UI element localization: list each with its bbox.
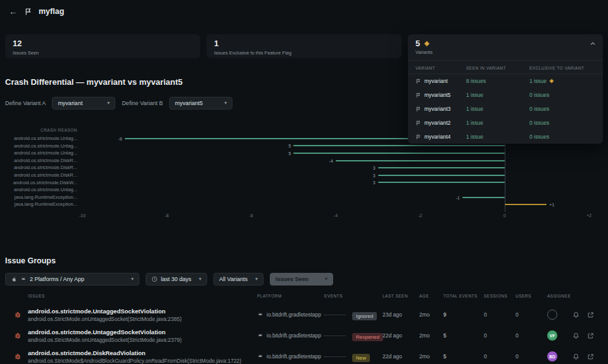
bell-icon[interactable] [573, 353, 580, 360]
variant-row: myvariant4 1 issue 0 issues [408, 130, 603, 144]
chart-bar [378, 182, 505, 183]
issue-title-link[interactable]: android.os.strictmode.UntaggedSocketViol… [28, 308, 248, 315]
col-total-events: Total Events [443, 294, 484, 298]
exclusive-to-variant-link[interactable]: 0 issues [529, 92, 595, 98]
variants-table-header: Variant Seen in variant Exclusive to var… [408, 61, 603, 74]
android-icon [257, 332, 263, 339]
sessions: 0 [484, 332, 516, 339]
avatar[interactable] [547, 310, 557, 320]
issues-table-header: Issues Platform Events Last Seen Age Tot… [5, 292, 603, 301]
chart-bar-label: -1 [456, 195, 460, 199]
variant-a-select[interactable]: myvariant ▾ [52, 97, 115, 110]
variant-diamond-header-icon [424, 41, 430, 47]
platform-name: io.bitdrift.gradletestapp [267, 311, 321, 318]
seen-in-variant-link[interactable]: 8 issues [466, 78, 529, 84]
chart-bar-label: 5 [288, 151, 291, 155]
users: 0 [516, 332, 547, 339]
android-icon [257, 353, 263, 360]
stats-row: 12 Issues Seen 1 Issues Exclusive to thi… [5, 34, 603, 58]
col-issues: Issues [28, 294, 257, 298]
chart-bar [293, 145, 504, 146]
avatar[interactable]: BD [547, 351, 557, 361]
variants-count: 5 [415, 39, 420, 48]
chart-bar-label: 3 [373, 166, 376, 170]
variant-row: myvariant3 1 issue 0 issues [408, 102, 603, 116]
seen-in-variant-link[interactable]: 1 issue [466, 106, 529, 112]
chart-bar-label: +1 [549, 203, 554, 207]
open-in-new-icon[interactable] [587, 332, 594, 339]
open-in-new-icon[interactable] [587, 353, 594, 360]
chart-bar-row: -4 [82, 157, 589, 165]
col-assignee: Assignee [547, 294, 603, 298]
variant-name: myvariant3 [424, 106, 451, 112]
metric-filter[interactable]: Issues Seen ▾ [270, 273, 333, 286]
platforms-filter-value: 2 Platforms / Any App [30, 276, 84, 282]
issue-row: android.os.strictmode.UntaggedSocketViol… [5, 304, 603, 325]
chart-category-label: android.os.strictmode.DiskW... [5, 179, 82, 187]
events-sparkline [324, 356, 346, 357]
variants-filter[interactable]: All Variants ▾ [213, 273, 263, 286]
variant-row: myvariant 8 issues 1 issue [408, 74, 603, 88]
exclusive-issues-value: 1 [214, 39, 394, 48]
exclusive-to-variant-link[interactable]: 0 issues [529, 134, 595, 140]
variant-flag-icon [415, 120, 421, 126]
variant-a-label: Define Variant A [5, 100, 46, 106]
time-range-filter[interactable]: last 30 days ▾ [146, 273, 207, 286]
chart-category-label: android.os.strictmode.DiskR... [5, 157, 82, 165]
chart-bar-row: 3 [82, 164, 589, 172]
bug-icon [14, 311, 28, 318]
time-range-filter-value: last 30 days [161, 276, 191, 282]
issues-seen-value: 12 [13, 39, 193, 48]
chart-bar [293, 153, 504, 154]
col-variant: Variant [415, 66, 466, 70]
avatar[interactable]: VF [547, 330, 557, 341]
chart-category-label: java.lang.RuntimeException... [5, 201, 82, 208]
bell-icon[interactable] [573, 332, 580, 339]
clock-icon [151, 276, 158, 282]
col-last-seen: Last Seen [383, 294, 419, 298]
chevron-down-icon: ▾ [325, 277, 327, 282]
platforms-filter[interactable]: 2 Platforms / Any App ▾ [5, 273, 139, 286]
seen-in-variant-link[interactable]: 1 issue [466, 134, 529, 140]
seen-in-variant-link[interactable]: 1 issue [466, 92, 529, 98]
issue-title-link[interactable]: android.os.strictmode.UntaggedSocketViol… [28, 329, 248, 336]
issue-subtitle: android.os.StrictMode$AndroidBlockGuardP… [28, 358, 248, 364]
chevron-down-icon: ▾ [131, 277, 134, 282]
chart-category-label: android.os.strictmode.DiskR... [5, 172, 82, 179]
exclusive-issues-label: Issues Exclusive to this Feature Flag [214, 50, 394, 56]
chart-category-label: android.os.strictmode.Untag... [5, 135, 82, 142]
col-users: Users [516, 294, 547, 298]
chart-bar-row [82, 186, 589, 194]
stat-card-exclusive-issues: 1 Issues Exclusive to this Feature Flag [206, 34, 402, 58]
exclusive-to-variant-link[interactable]: 0 issues [529, 120, 595, 126]
variant-b-label: Define Variant B [122, 100, 163, 106]
open-in-new-icon[interactable] [587, 311, 594, 318]
chart-category-label: android.os.strictmode.Untag... [5, 142, 82, 150]
chart-bar [336, 160, 505, 161]
events-sparkline [324, 315, 346, 315]
issue-title-link[interactable]: android.os.strictmode.DiskReadViolation [28, 349, 248, 356]
sessions: 0 [484, 311, 516, 318]
chevron-down-icon: ▾ [199, 277, 201, 282]
chart-bar-row: 3 [82, 172, 589, 179]
chart-bar-row: -1 [82, 194, 589, 201]
chart-bar-label: -4 [329, 158, 333, 163]
seen-in-variant-link[interactable]: 1 issue [466, 120, 529, 126]
last-seen: 22d ago [383, 353, 419, 360]
chart-category-label: android.os.strictmode.Untag... [5, 149, 82, 157]
exclusive-to-variant-link[interactable]: 0 issues [529, 106, 595, 112]
chart-bar-label: 3 [373, 173, 376, 177]
issues-table: Issues Platform Events Last Seen Age Tot… [5, 292, 603, 364]
chevron-up-icon[interactable] [589, 40, 597, 47]
bell-icon[interactable] [573, 311, 580, 318]
chart-x-tick: -2 [418, 213, 422, 218]
chart-column-header: Crash Reason [5, 126, 82, 135]
chart-x-tick: 0 [504, 213, 506, 218]
exclusive-to-variant-link[interactable]: 1 issue [529, 78, 595, 84]
back-button[interactable]: ← [9, 7, 18, 16]
variant-b-select[interactable]: myvariant5 ▾ [169, 97, 232, 110]
android-icon [257, 311, 263, 318]
variant-flag-icon [415, 78, 421, 84]
feature-flag-icon [24, 8, 32, 16]
platform-name: io.bitdrift.gradletestapp [267, 332, 321, 339]
